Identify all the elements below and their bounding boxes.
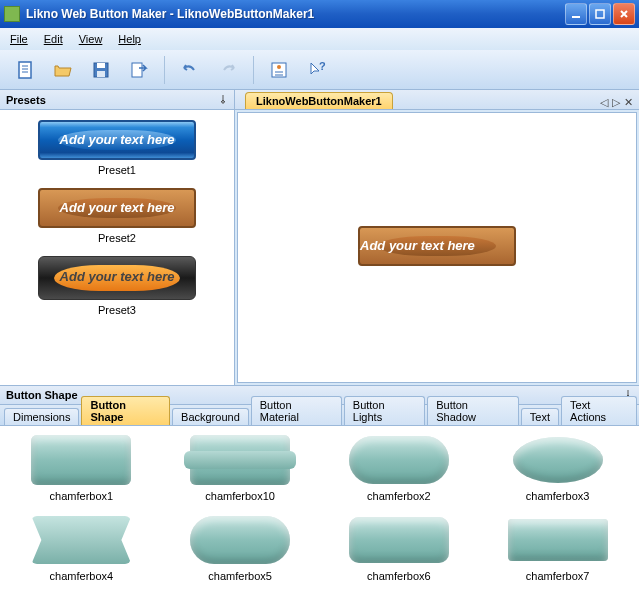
- preset-text: Add your text here: [39, 257, 195, 297]
- presets-title: Presets: [6, 94, 46, 106]
- menu-bar: File Edit View Help: [0, 28, 639, 50]
- document-tab[interactable]: LiknoWebButtonMaker1: [245, 92, 393, 109]
- toolbar: ?: [0, 50, 639, 90]
- tab-text[interactable]: Text: [521, 408, 559, 425]
- canvas-panel: LiknoWebButtonMaker1 ◁ ▷ ✕ Add your text…: [235, 90, 639, 385]
- shape-preview-chamferbox5: [190, 516, 290, 564]
- menu-edit[interactable]: Edit: [44, 33, 63, 45]
- help-button[interactable]: ?: [300, 54, 334, 86]
- shape-preview-chamferbox10: [190, 435, 290, 485]
- window-title: Likno Web Button Maker - LiknoWebButtonM…: [26, 7, 565, 21]
- shape-label: chamferbox1: [12, 490, 151, 502]
- preset-item[interactable]: Add your text here Preset2: [0, 182, 234, 250]
- menu-help[interactable]: Help: [118, 33, 141, 45]
- preset-label: Preset1: [0, 164, 234, 176]
- tab-close-icon[interactable]: ✕: [624, 96, 633, 109]
- properties-icon: [269, 60, 289, 80]
- shape-item[interactable]: chamferbox7: [488, 514, 627, 584]
- tab-background[interactable]: Background: [172, 408, 249, 425]
- button-shape-title: Button Shape: [6, 389, 78, 401]
- tab-prev-icon[interactable]: ◁: [600, 96, 608, 109]
- shape-preview-chamferbox3: [513, 437, 603, 483]
- design-canvas[interactable]: Add your text here: [237, 112, 637, 383]
- app-icon: [4, 6, 20, 22]
- shape-preview-chamferbox4: [31, 516, 131, 564]
- shape-label: chamferbox6: [330, 570, 469, 582]
- document-tab-row: LiknoWebButtonMaker1 ◁ ▷ ✕: [235, 90, 639, 110]
- open-button[interactable]: [46, 54, 80, 86]
- shape-item[interactable]: chamferbox1: [12, 434, 151, 504]
- shapes-grid: chamferbox1 chamferbox10 chamferbox2 cha…: [0, 426, 639, 592]
- shape-item[interactable]: chamferbox6: [330, 514, 469, 584]
- preset-text: Add your text here: [40, 122, 194, 158]
- shape-label: chamferbox7: [488, 570, 627, 582]
- tab-dimensions[interactable]: Dimensions: [4, 408, 79, 425]
- export-icon: [129, 60, 149, 80]
- folder-open-icon: [53, 60, 73, 80]
- shape-preview-chamferbox6: [349, 517, 449, 563]
- new-file-icon: [15, 60, 35, 80]
- presets-panel: Presets Add your text here Preset1 Add y…: [0, 90, 235, 385]
- minimize-button[interactable]: [565, 3, 587, 25]
- shape-label: chamferbox5: [171, 570, 310, 582]
- undo-icon: [180, 60, 200, 80]
- tab-button-material[interactable]: Button Material: [251, 396, 342, 425]
- pin-icon[interactable]: [218, 94, 228, 106]
- shape-item[interactable]: chamferbox2: [330, 434, 469, 504]
- shape-item[interactable]: chamferbox10: [171, 434, 310, 504]
- svg-rect-1: [596, 10, 604, 18]
- toolbar-separator: [253, 56, 254, 84]
- maximize-button[interactable]: [589, 3, 611, 25]
- shape-preview-chamferbox1: [31, 435, 131, 485]
- tab-text-actions[interactable]: Text Actions: [561, 396, 637, 425]
- shape-tabs: Dimensions Button Shape Background Butto…: [0, 405, 639, 426]
- shape-item[interactable]: chamferbox3: [488, 434, 627, 504]
- preset-item[interactable]: Add your text here Preset3: [0, 250, 234, 322]
- preset-item[interactable]: Add your text here Preset1: [0, 114, 234, 182]
- svg-rect-0: [572, 16, 580, 18]
- svg-rect-8: [97, 71, 105, 77]
- canvas-button-preview[interactable]: Add your text here: [358, 226, 516, 266]
- shape-item[interactable]: chamferbox5: [171, 514, 310, 584]
- new-button[interactable]: [8, 54, 42, 86]
- tab-button-shadow[interactable]: Button Shadow: [427, 396, 519, 425]
- shape-item[interactable]: chamferbox4: [12, 514, 151, 584]
- preset-label: Preset2: [0, 232, 234, 244]
- shape-label: chamferbox3: [488, 490, 627, 502]
- tab-button-shape[interactable]: Button Shape: [81, 396, 170, 425]
- tab-next-icon[interactable]: ▷: [612, 96, 620, 109]
- svg-rect-9: [132, 63, 142, 77]
- preset-preview-orange: Add your text here: [38, 256, 196, 300]
- save-button[interactable]: [84, 54, 118, 86]
- close-button[interactable]: [613, 3, 635, 25]
- preset-text: Add your text here: [40, 190, 194, 226]
- svg-point-11: [277, 65, 281, 69]
- export-button[interactable]: [122, 54, 156, 86]
- preset-preview-blue: Add your text here: [38, 120, 196, 160]
- canvas-button-text: Add your text here: [360, 228, 514, 264]
- redo-button[interactable]: [211, 54, 245, 86]
- svg-rect-7: [97, 63, 105, 68]
- preset-label: Preset3: [0, 304, 234, 316]
- title-bar: Likno Web Button Maker - LiknoWebButtonM…: [0, 0, 639, 28]
- tab-button-lights[interactable]: Button Lights: [344, 396, 425, 425]
- presets-header: Presets: [0, 90, 234, 110]
- shape-label: chamferbox4: [12, 570, 151, 582]
- undo-button[interactable]: [173, 54, 207, 86]
- menu-view[interactable]: View: [79, 33, 103, 45]
- properties-button[interactable]: [262, 54, 296, 86]
- redo-icon: [218, 60, 238, 80]
- shape-preview-chamferbox7: [508, 519, 608, 561]
- shape-label: chamferbox10: [171, 490, 310, 502]
- shape-label: chamferbox2: [330, 490, 469, 502]
- svg-text:?: ?: [319, 60, 326, 72]
- svg-rect-2: [19, 62, 31, 78]
- presets-list: Add your text here Preset1 Add your text…: [0, 110, 234, 385]
- save-icon: [91, 60, 111, 80]
- preset-preview-wood: Add your text here: [38, 188, 196, 228]
- menu-file[interactable]: File: [10, 33, 28, 45]
- help-cursor-icon: ?: [307, 60, 327, 80]
- toolbar-separator: [164, 56, 165, 84]
- shape-preview-chamferbox2: [349, 436, 449, 484]
